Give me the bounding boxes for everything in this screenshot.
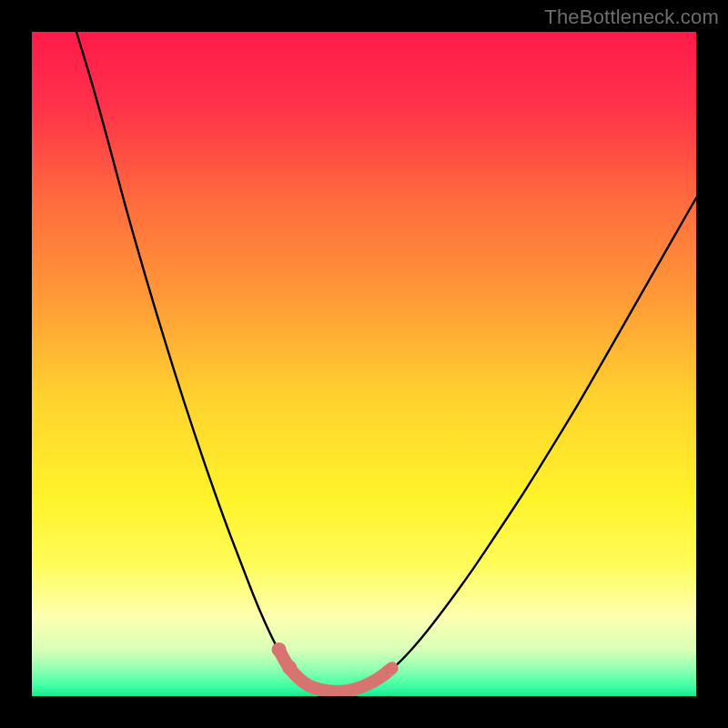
highlight-dot [272, 642, 287, 657]
chart-frame: TheBottleneck.com [0, 0, 728, 728]
highlight-dot [282, 661, 297, 675]
plot-background [32, 32, 696, 696]
watermark-text: TheBottleneck.com [544, 5, 719, 29]
bottleneck-plot [32, 32, 696, 696]
